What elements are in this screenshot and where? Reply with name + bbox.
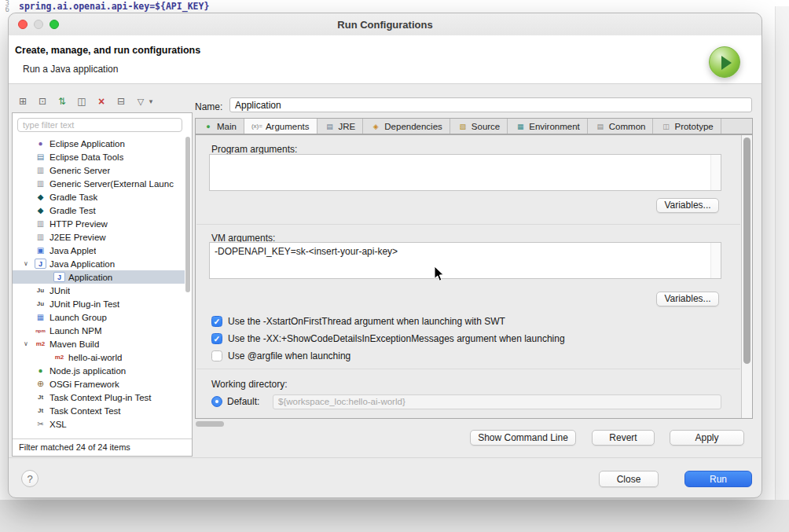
export-config-icon[interactable]: ⇅ <box>56 96 68 107</box>
tree-item-xsl[interactable]: ✂XSL <box>13 417 185 431</box>
tree-item-generic-server-external-launc[interactable]: ▥Generic Server(External Launc <box>13 177 185 190</box>
tab-source[interactable]: ▧Source <box>450 119 508 134</box>
new-prototype-icon[interactable]: ⊡ <box>36 96 49 107</box>
tree-item-label: Launch Group <box>50 313 107 322</box>
tree-item-gradle-task[interactable]: ◆Gradle Task <box>13 190 185 204</box>
tree-item-launch-group[interactable]: ▦Launch Group <box>13 310 185 324</box>
separator <box>196 369 740 369</box>
tree-item-junit-plug-in-test[interactable]: JuJUnit Plug-in Test <box>13 297 185 310</box>
tab-arguments[interactable]: (x)=Arguments <box>244 119 317 134</box>
tab-jre[interactable]: ▤JRE <box>317 119 364 134</box>
tree-item-junit[interactable]: JuJUnit <box>13 284 185 297</box>
show-command-line-button[interactable]: Show Command Line <box>470 430 576 446</box>
tab-prototype[interactable]: ◫Prototype <box>653 119 721 134</box>
tree-item-task-context-test[interactable]: JtTask Context Test <box>13 404 185 417</box>
tab-environment[interactable]: ▦Environment <box>508 119 588 134</box>
tree-item-java-application[interactable]: ∨JJava Application <box>13 257 185 270</box>
content-scrollbar[interactable] <box>741 135 752 418</box>
tab-dependencies[interactable]: ◈Dependencies <box>363 119 450 134</box>
checkbox-row-3[interactable]: Use @argfile when launching <box>211 350 350 362</box>
tab-content: Program arguments: Variables... VM argum… <box>195 134 753 419</box>
run-configurations-dialog: Run Configurations Create, manage, and r… <box>8 13 762 498</box>
checkbox-row-2[interactable]: Use the -XX:+ShowCodeDetailsInExceptionM… <box>211 332 565 345</box>
tree-item-java-applet[interactable]: ▣Java Applet <box>13 244 185 257</box>
checkbox-unchecked-icon[interactable] <box>211 350 222 361</box>
xsl-icon: ✂ <box>35 419 46 429</box>
working-directory-field[interactable]: ${workspace_loc:hello-ai-world} <box>273 394 721 409</box>
node-icon: ● <box>35 365 46 376</box>
common-tab-icon: ▤ <box>595 122 606 131</box>
launch-group-icon: ▦ <box>35 312 46 322</box>
tree-item-http-preview[interactable]: ▥HTTP Preview <box>13 217 185 230</box>
checkbox-checked-icon[interactable] <box>211 333 222 344</box>
new-config-icon[interactable]: ⊞ <box>17 96 29 107</box>
main-tab-icon: ● <box>203 122 214 131</box>
revert-button[interactable]: Revert <box>592 430 655 446</box>
tree-item-label: Java Application <box>50 259 115 269</box>
header-title: Create, manage, and run configurations <box>15 45 200 56</box>
tab-label: Source <box>472 122 500 131</box>
tree-item-label: J2EE Preview <box>50 233 106 242</box>
dialog-titlebar[interactable]: Run Configurations <box>9 13 761 35</box>
chevron-down-icon[interactable]: ∨ <box>24 260 35 267</box>
tree-item-eclipse-data-tools[interactable]: ▤Eclipse Data Tools <box>13 150 185 163</box>
tree-item-label: Eclipse Application <box>50 139 125 149</box>
default-radio-row[interactable]: Default: <box>211 395 259 408</box>
java-applet-icon: ▣ <box>35 245 46 255</box>
source-tab-icon: ▧ <box>457 122 468 131</box>
tree-item-osgi-framework[interactable]: ⊕OSGi Framework <box>13 377 185 391</box>
tree-item-label: Application <box>68 273 112 282</box>
tab-label: Arguments <box>266 122 310 131</box>
checkbox-row-1[interactable]: Use the -XstartOnFirstThread argument wh… <box>211 315 505 328</box>
filter-caret-icon[interactable]: ▾ <box>148 97 154 105</box>
tab-main[interactable]: ●Main <box>196 119 244 134</box>
content-scrollbar-thumb[interactable] <box>743 138 750 364</box>
tree-item-hello-ai-world[interactable]: m2hello-ai-world <box>13 350 185 364</box>
jre-tab-icon: ▤ <box>325 122 336 131</box>
duplicate-icon[interactable]: ◫ <box>75 96 88 107</box>
tree-scrollbar[interactable] <box>185 137 190 292</box>
tree-item-j2ee-preview[interactable]: ▥J2EE Preview <box>13 230 185 244</box>
tree-item-label: XSL <box>50 420 67 429</box>
eclipse-app-icon: ● <box>35 138 46 149</box>
tree-item-label: Java Applet <box>50 246 96 255</box>
task-context-icon: Jt <box>35 405 46 416</box>
apply-button[interactable]: Apply <box>670 430 744 446</box>
radio-selected-icon[interactable] <box>211 396 222 407</box>
checkbox-label: Use @argfile when launching <box>228 350 350 361</box>
working-directory-label: Working directory: <box>211 379 287 390</box>
tree-item-launch-npm[interactable]: npmLaunch NPM <box>13 324 185 337</box>
tree-item-label: Task Context Plug-in Test <box>50 393 152 402</box>
tree-item-label: hello-ai-world <box>68 353 122 362</box>
maven-icon: m2 <box>53 352 65 362</box>
dialog-title: Run Configurations <box>9 19 761 31</box>
tab-common[interactable]: ▤Common <box>588 119 654 134</box>
tree-item-generic-server[interactable]: ▥Generic Server <box>13 163 185 177</box>
checkbox-checked-icon[interactable] <box>211 316 222 327</box>
tree-item-label: Eclipse Data Tools <box>50 152 123 162</box>
name-input[interactable] <box>229 97 752 112</box>
tree-item-application[interactable]: JApplication <box>13 270 185 284</box>
delete-icon[interactable]: × <box>95 95 108 108</box>
tree-item-maven-build[interactable]: ∨m2Maven Build <box>13 337 185 350</box>
tree-item-gradle-test[interactable]: ◆Gradle Test <box>13 204 185 217</box>
chevron-down-icon[interactable]: ∨ <box>24 340 35 347</box>
maven-icon: m2 <box>35 339 46 349</box>
checkbox-label: Use the -XstartOnFirstThread argument wh… <box>228 316 505 327</box>
dependencies-tab-icon: ◈ <box>370 122 381 131</box>
tree-item-label: Generic Server <box>50 166 110 175</box>
collapse-all-icon[interactable]: ⊟ <box>115 96 127 107</box>
mouse-cursor <box>434 266 445 282</box>
help-button[interactable]: ? <box>21 470 39 487</box>
tree-item-label: Launch NPM <box>50 326 101 336</box>
junit-icon: Ju <box>35 285 46 295</box>
run-button[interactable]: Run <box>684 471 752 487</box>
run-java-application-icon <box>709 46 740 78</box>
tree-item-task-context-plug-in-test[interactable]: JtTask Context Plug-in Test <box>13 391 185 404</box>
filter-input[interactable] <box>17 118 182 132</box>
tree-item-node-js-application[interactable]: ●Node.js application <box>13 364 185 377</box>
filter-icon[interactable]: ▽ <box>134 97 147 107</box>
horizontal-scrollbar-thumb[interactable] <box>196 421 224 427</box>
tree-item-eclipse-application[interactable]: ●Eclipse Application <box>13 137 185 150</box>
close-button[interactable]: Close <box>599 471 659 487</box>
